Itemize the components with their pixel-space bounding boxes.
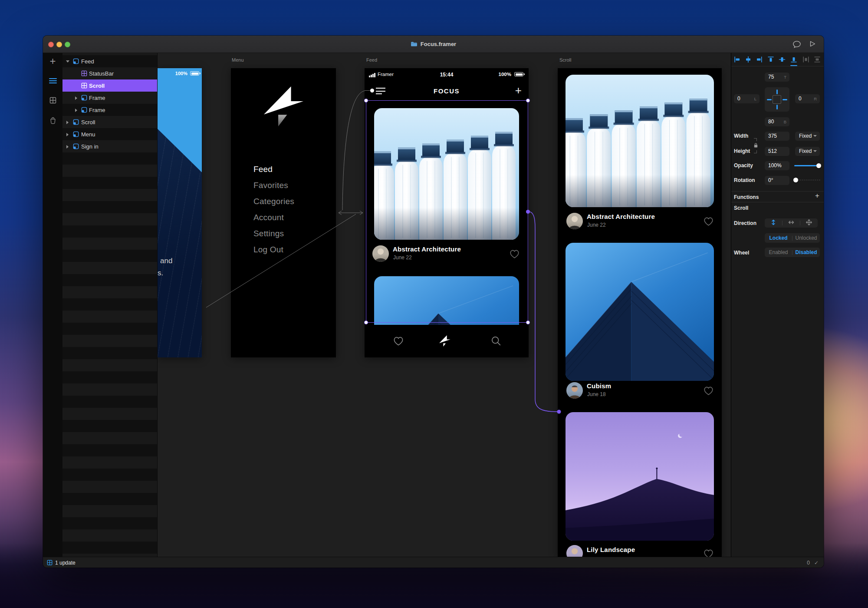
tab-search-icon[interactable] xyxy=(490,335,502,347)
store-bag-icon[interactable] xyxy=(43,113,62,128)
add-function-icon[interactable]: + xyxy=(815,192,819,200)
frame-label-menu[interactable]: Menu xyxy=(232,57,244,63)
direction-horizontal-icon[interactable] xyxy=(783,220,800,226)
like-heart-icon[interactable] xyxy=(509,248,520,260)
lock-option-unlocked[interactable]: Unlocked xyxy=(792,235,820,241)
align-center-vertical-icon[interactable] xyxy=(779,56,786,63)
wheel-option-enabled[interactable]: Enabled xyxy=(765,249,792,255)
position-top-field[interactable]: 75T xyxy=(765,73,789,82)
distribute-vertical-icon[interactable] xyxy=(814,56,821,63)
anchor-widget[interactable] xyxy=(765,87,789,112)
layer-row-scroll-selected[interactable]: Scroll xyxy=(62,79,157,92)
card-title: Lily Landscape xyxy=(587,546,635,553)
like-heart-icon[interactable] xyxy=(703,548,714,557)
tab-feed-bolt-icon[interactable] xyxy=(439,335,450,347)
tab-favorites-icon[interactable] xyxy=(392,335,404,347)
grid-component-icon xyxy=(81,70,87,76)
disclosure-closed-icon[interactable] xyxy=(75,96,77,100)
disclosure-closed-icon[interactable] xyxy=(75,109,77,112)
avatar[interactable] xyxy=(566,213,583,229)
scroll-frame[interactable]: Abstract Architecture June 22 Cubism Jun… xyxy=(558,68,722,557)
align-bottom-icon[interactable] xyxy=(790,56,797,63)
layer-row-statusbar[interactable]: StatusBar xyxy=(62,67,157,79)
disclosure-closed-icon[interactable] xyxy=(66,121,69,124)
lock-dimensions-icon[interactable] xyxy=(753,142,758,148)
scroll-card1-image[interactable] xyxy=(566,75,714,207)
menu-item-settings[interactable]: Settings xyxy=(253,229,294,238)
card-date: June 22 xyxy=(587,222,606,228)
layer-row-menu[interactable]: Menu xyxy=(62,128,157,140)
height-mode-dropdown[interactable]: Fixed xyxy=(795,147,820,156)
avatar[interactable] xyxy=(566,382,583,399)
layer-row-signin[interactable]: Sign in xyxy=(62,140,157,152)
link-bracket-top xyxy=(754,138,757,141)
grid-component-icon xyxy=(81,83,87,89)
align-top-icon[interactable] xyxy=(767,56,774,63)
opacity-slider-knob[interactable] xyxy=(816,163,821,168)
menu-item-feed[interactable]: Feed xyxy=(253,165,294,174)
menu-item-favorites[interactable]: Favorites xyxy=(253,181,294,190)
window-title-group: Focus.framer xyxy=(411,41,456,47)
layers-panel-icon[interactable] xyxy=(43,73,62,88)
add-post-icon[interactable]: + xyxy=(515,84,522,97)
align-left-icon[interactable] xyxy=(734,56,741,63)
layer-row-scroll-top[interactable]: Scroll xyxy=(62,116,157,128)
position-bottom-field[interactable]: 80B xyxy=(765,117,789,126)
insert-plus-icon[interactable]: + xyxy=(43,54,62,69)
layer-row-frame-2[interactable]: Frame xyxy=(62,104,157,116)
signin-frame[interactable]: 100% and s. xyxy=(158,68,202,357)
disclosure-closed-icon[interactable] xyxy=(66,133,69,136)
menu-item-categories[interactable]: Categories xyxy=(253,197,294,206)
layer-label: Menu xyxy=(81,131,95,138)
feed-card-image[interactable] xyxy=(374,108,519,240)
scroll-card2-image[interactable] xyxy=(566,243,714,381)
card-date: June 18 xyxy=(587,391,606,397)
updates-label[interactable]: 1 update xyxy=(55,560,76,566)
battery-percent: 100% xyxy=(175,71,187,76)
disclosure-open-icon[interactable] xyxy=(66,60,69,63)
frame-icon xyxy=(73,143,79,149)
direction-label: Direction xyxy=(734,220,756,226)
width-field[interactable]: 375 xyxy=(765,132,789,141)
direction-both-icon[interactable] xyxy=(800,219,818,227)
menu-item-logout[interactable]: Log Out xyxy=(253,245,294,254)
avatar[interactable] xyxy=(372,245,389,262)
layer-row-frame-1[interactable]: Frame xyxy=(62,92,157,104)
position-right-field[interactable]: 0R xyxy=(795,94,820,103)
width-mode-dropdown[interactable]: Fixed xyxy=(795,132,820,141)
avatar[interactable] xyxy=(566,545,583,557)
components-grid-icon[interactable] xyxy=(43,93,62,108)
direction-vertical-icon[interactable] xyxy=(765,219,782,227)
like-heart-icon[interactable] xyxy=(703,215,714,227)
canvas[interactable]: 100% and s. Menu Feed Favorites Categori… xyxy=(158,53,731,557)
align-center-horizontal-icon[interactable] xyxy=(745,56,752,63)
zoom-window-button[interactable] xyxy=(65,42,70,47)
check-icon: ✓ xyxy=(814,560,819,566)
frame-label-scroll[interactable]: Scroll xyxy=(559,57,572,63)
scroll-card3-image[interactable] xyxy=(566,412,714,541)
disclosure-closed-icon[interactable] xyxy=(66,145,69,149)
position-left-field[interactable]: 0L xyxy=(734,94,760,103)
layer-row-feed[interactable]: Feed xyxy=(62,55,157,67)
layer-label: StatusBar xyxy=(89,70,114,77)
feed-card2-image[interactable] xyxy=(374,276,519,325)
wheel-option-disabled[interactable]: Disabled xyxy=(792,249,820,255)
align-right-icon[interactable] xyxy=(756,56,763,63)
frame-label-feed[interactable]: Feed xyxy=(366,57,377,63)
preview-play-icon[interactable] xyxy=(809,40,816,47)
height-field[interactable]: 512 xyxy=(765,147,789,156)
layer-label: Feed xyxy=(81,58,94,65)
minimize-window-button[interactable] xyxy=(56,42,62,47)
like-heart-icon[interactable] xyxy=(703,385,714,397)
opacity-field[interactable]: 100% xyxy=(765,161,789,170)
distribute-horizontal-icon[interactable] xyxy=(802,56,809,63)
feed-frame[interactable]: Framer 15:44 100% FOCUS + xyxy=(365,68,529,357)
lock-option-locked[interactable]: Locked xyxy=(765,235,792,241)
rotation-field[interactable]: 0° xyxy=(765,176,789,185)
rotation-slider-knob[interactable] xyxy=(793,178,798,182)
comments-icon[interactable] xyxy=(792,40,801,48)
menu-frame[interactable]: Feed Favorites Categories Account Settin… xyxy=(231,68,336,357)
rotation-slider[interactable] xyxy=(796,180,820,180)
menu-item-account[interactable]: Account xyxy=(253,213,294,222)
close-window-button[interactable] xyxy=(48,42,54,47)
